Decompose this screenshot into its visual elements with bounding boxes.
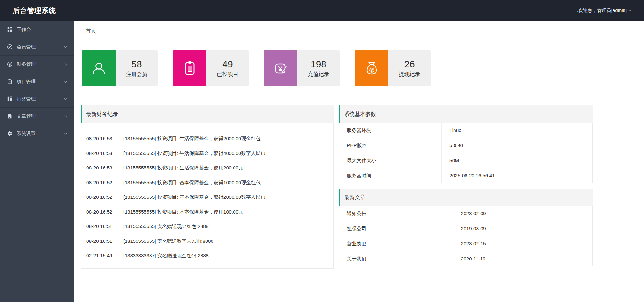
- finance-record: 08-20 16:53[13155555555] 投资项目: 生活保障基金，获得…: [81, 146, 333, 161]
- record-text: [13155555555] 投资项目: 基本保障基金，获得1000.00现金红包: [123, 180, 261, 185]
- record-time: 08-20 16:52: [86, 205, 116, 219]
- record-text: [13155555555] 投资项目: 基本保障基金，使用100.00元: [123, 209, 243, 214]
- record-time: 08-20 16:53: [86, 146, 116, 161]
- stat-card-body: 26 提现记录: [388, 50, 431, 86]
- table-row: 服务器时间2025-08-20 16:56:41: [339, 168, 592, 183]
- param-value: 2025-08-20 16:56:41: [442, 168, 592, 183]
- table-row: PHP版本5.6.40: [339, 138, 592, 153]
- finance-record: 02-21 15:49[13333333337] 实名赠送现金红包:2888: [81, 248, 333, 263]
- breadcrumb-bar: 首页: [74, 21, 644, 41]
- dashboard-icon: [7, 27, 13, 32]
- table-row: 最大文件大小50M: [339, 153, 592, 168]
- finance-record: 08-20 16:51[13155555555] 实名赠送数字人民币:8000: [81, 234, 333, 249]
- chevron-down-icon: [63, 131, 68, 136]
- stat-value: 26: [404, 59, 415, 69]
- stat-label: 已投项目: [217, 71, 238, 78]
- finance-record: 08-20 16:52[13155555555] 投资项目: 基本保障基金，获得…: [81, 175, 333, 190]
- record-text: [13333333337] 实名赠送现金红包:2888: [123, 253, 209, 258]
- param-label: PHP版本: [339, 138, 442, 153]
- top-header: 后台管理系统 .欢迎您，管理员[admin]: [0, 0, 644, 21]
- article-icon: [7, 113, 13, 119]
- article-date: 2023-02-15: [453, 236, 592, 251]
- record-time: 08-20 16:51: [86, 219, 116, 234]
- stat-card-invested-projects[interactable]: 49 已投项目: [173, 50, 249, 86]
- table-row: 通知公告2023-02-09: [339, 206, 592, 221]
- user-dropdown[interactable]: .欢迎您，管理员[admin]: [577, 8, 633, 14]
- sidebar-item-label: 工作台: [17, 27, 68, 33]
- chevron-down-icon: [63, 97, 68, 101]
- panel-title: 最新文章: [339, 189, 593, 206]
- record-time: 08-20 16:52: [86, 190, 116, 205]
- article-title: 营业执照: [339, 236, 453, 251]
- param-value: 50M: [442, 153, 592, 168]
- sidebar: 工作台 会员管理 财务管理 项目管理: [0, 21, 74, 302]
- finance-record: 08-20 16:52[13155555555] 投资项目: 基本保障基金，使用…: [81, 205, 333, 219]
- user-icon: [82, 50, 116, 86]
- finance-records-panel: 最新财务纪录 08-20 16:53[13155555555] 投资项目: 生活…: [81, 105, 334, 269]
- admin-dashboard: 后台管理系统 .欢迎您，管理员[admin] 工作台 会员管理: [0, 0, 644, 302]
- panels-row: 最新财务纪录 08-20 16:53[13155555555] 投资项目: 生活…: [81, 105, 644, 269]
- record-time: 02-21 15:49: [86, 248, 116, 263]
- system-params-panel: 系统基本参数 服务器环境Linux PHP版本5.6.40 最大文件大小50M …: [339, 105, 593, 183]
- sidebar-item-members[interactable]: 会员管理: [0, 38, 74, 56]
- breadcrumb[interactable]: 首页: [86, 27, 96, 35]
- param-label: 服务器环境: [339, 123, 442, 138]
- stat-label: 提现记录: [399, 71, 420, 78]
- record-text: [13155555555] 投资项目: 生活保障基金，获得2000.00现金红包: [123, 136, 261, 141]
- article-date: 2020-11-19: [453, 251, 592, 266]
- article-date: 2019-08-09: [453, 221, 592, 236]
- table-row: 担保公司2019-08-09: [339, 221, 592, 236]
- chevron-down-icon: [628, 8, 633, 13]
- sidebar-item-finance[interactable]: 财务管理: [0, 56, 74, 73]
- stat-card-body: 58 注册会员: [116, 50, 158, 86]
- param-value: 5.6.40: [442, 138, 592, 153]
- latest-articles-panel: 最新文章 通知公告2023-02-09 担保公司2019-08-09 营业执照2…: [339, 189, 593, 266]
- record-time: 08-20 16:51: [86, 234, 116, 249]
- finance-record: 08-20 16:52[13155555555] 投资项目: 基本保障基金，获得…: [81, 190, 333, 205]
- stat-value: 58: [131, 59, 142, 69]
- param-label: 服务器时间: [339, 168, 442, 183]
- stat-card-withdraw-records[interactable]: $ 26 提现记录: [355, 50, 431, 86]
- sidebar-item-label: 财务管理: [17, 61, 63, 67]
- sidebar-item-label: 抽奖管理: [17, 96, 63, 102]
- moneybag-icon: $: [355, 50, 388, 86]
- finance-record: 08-20 16:51[13155555555] 实名赠送现金红包:2888: [81, 219, 333, 234]
- stat-value: 49: [222, 59, 233, 69]
- article-title: 关于我们: [339, 251, 453, 266]
- stat-card-body: 198 充值记录: [297, 50, 340, 86]
- finance-records-list: 08-20 16:53[13155555555] 投资项目: 生活保障基金，获得…: [81, 123, 333, 268]
- chevron-down-icon: [63, 45, 68, 49]
- article-date: 2023-02-09: [453, 206, 592, 221]
- record-text: [13155555555] 投资项目: 基本保障基金，获得2000.00数字人民…: [123, 194, 265, 200]
- stat-card-recharge-records[interactable]: 198 充值记录: [264, 50, 340, 86]
- sidebar-item-articles[interactable]: 文章管理: [0, 108, 74, 125]
- param-value: Linux: [442, 123, 592, 138]
- stat-value: 198: [311, 59, 326, 69]
- sidebar-item-label: 系统设置: [17, 131, 63, 137]
- svg-text:$: $: [370, 68, 373, 72]
- recharge-icon: [264, 50, 297, 86]
- record-text: [13155555555] 投资项目: 生活保障基金，获得4000.00数字人民…: [123, 151, 265, 156]
- record-text: [13155555555] 实名赠送数字人民币:8000: [123, 238, 213, 244]
- sidebar-item-settings[interactable]: 系统设置: [0, 125, 74, 142]
- stat-card-body: 49 已投项目: [206, 50, 249, 86]
- sidebar-item-label: 项目管理: [17, 79, 63, 85]
- article-title: 担保公司: [339, 221, 453, 236]
- sidebar-item-workbench[interactable]: 工作台: [0, 21, 74, 38]
- table-row: 营业执照2023-02-15: [339, 236, 592, 251]
- sidebar-item-lottery[interactable]: 抽奖管理: [0, 90, 74, 108]
- record-time: 08-20 16:53: [86, 161, 116, 175]
- stat-card-registered-members[interactable]: 58 注册会员: [82, 50, 158, 86]
- sidebar-item-projects[interactable]: 项目管理: [0, 73, 74, 90]
- finance-record: 08-20 16:53[13155555555] 投资项目: 生活保障基金，使用…: [81, 161, 333, 175]
- record-time: 08-20 16:53: [86, 131, 116, 146]
- table-row: 服务器环境Linux: [339, 123, 592, 138]
- stat-label: 注册会员: [126, 71, 147, 78]
- chevron-down-icon: [63, 114, 68, 119]
- chevron-down-icon: [63, 79, 68, 84]
- finance-icon: [7, 61, 13, 67]
- record-time: 08-20 16:52: [86, 175, 116, 190]
- record-text: [13155555555] 实名赠送现金红包:2888: [123, 224, 209, 229]
- gear-icon: [7, 131, 13, 136]
- app-title: 后台管理系统: [13, 6, 56, 15]
